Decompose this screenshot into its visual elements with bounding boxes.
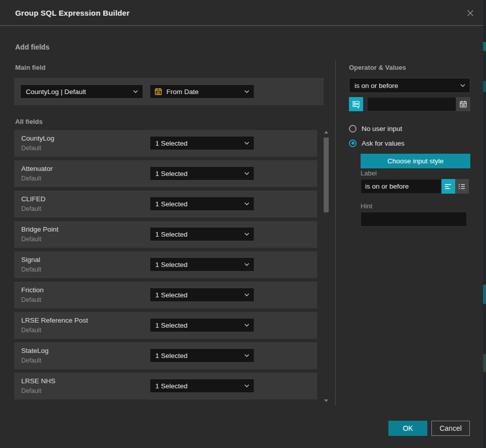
field-row: LRSE Reference Post Default 1 Selected [14,312,317,339]
add-fields-heading: Add fields [15,43,50,51]
chevron-down-icon [244,142,249,145]
main-field-dropdown-value: From Date [166,88,199,96]
field-selection-value: 1 Selected [155,322,188,329]
chevron-down-icon [244,293,249,296]
field-name: Signal [21,256,40,263]
field-name: LRSE NHS [21,377,56,385]
field-name: LRSE Reference Post [21,317,88,324]
chevron-down-icon [244,324,249,327]
scroll-down-arrow[interactable] [324,399,328,402]
field-selection-dropdown[interactable]: 1 Selected [150,227,254,241]
close-button[interactable] [464,7,477,20]
field-selection-value: 1 Selected [155,382,188,390]
chevron-down-icon [244,263,249,266]
field-row: Attenuator Default 1 Selected [14,160,317,187]
all-fields-list: CountyLog Default 1 Selected Attenuator … [14,130,317,403]
field-selection-dropdown[interactable]: 1 Selected [150,197,254,211]
main-field-heading: Main field [15,64,46,71]
field-name: StateLog [21,347,49,354]
field-selection-dropdown[interactable]: 1 Selected [150,288,254,302]
field-name: CLIFED [21,195,46,203]
field-selection-dropdown[interactable]: 1 Selected [150,318,254,332]
hint-input[interactable] [361,212,467,227]
bulleted-list-icon [458,183,466,190]
field-selection-dropdown[interactable]: 1 Selected [150,257,254,272]
field-sublabel: Default [21,236,41,243]
field-sublabel: Default [21,266,41,273]
all-fields-heading: All fields [15,118,42,125]
ok-button[interactable]: OK [388,421,427,436]
group-sql-expression-builder-dialog: Group SQL Expression Builder Add fields … [0,0,483,448]
label-caption: Label [361,169,377,177]
field-row: Signal Default 1 Selected [14,251,317,278]
field-name: Friction [21,286,43,294]
field-selection-value: 1 Selected [155,200,188,208]
input-style-textbox-button[interactable] [441,179,455,194]
radio-icon [349,140,357,147]
chevron-down-icon [244,202,249,205]
operator-dropdown-value: is on or before [355,82,398,89]
background-app-edge [483,0,486,448]
dialog-header: Group SQL Expression Builder [0,0,483,26]
chevron-down-icon [244,90,249,93]
calendar-icon [459,100,467,108]
main-field-dropdown[interactable]: From Date [150,84,254,99]
label-input[interactable] [361,179,441,194]
value-input[interactable] [367,97,456,111]
scrollbar-thumb[interactable] [324,138,329,212]
unique-values-icon [352,100,360,108]
vertical-divider [335,60,336,406]
field-selection-value: 1 Selected [155,291,188,299]
radio-label: No user input [362,125,402,132]
choose-input-style-button[interactable]: Choose input style [361,154,470,168]
radio-label: Ask for values [362,140,405,147]
field-row: Bridge Point Default 1 Selected [14,221,317,248]
field-selection-value: 1 Selected [155,231,188,238]
main-field-panel: CountyLog | Default From Date [14,78,324,105]
field-name: CountyLog [21,135,54,142]
input-style-list-button[interactable] [455,179,469,194]
hint-caption: Hint [361,202,372,210]
operator-values-heading: Operator & Values [349,64,406,71]
field-row: Friction Default 1 Selected [14,282,317,308]
chevron-down-icon [244,233,249,236]
field-selection-value: 1 Selected [155,352,188,360]
field-sublabel: Default [21,357,41,364]
field-selection-dropdown[interactable]: 1 Selected [150,166,254,181]
chevron-down-icon [244,172,249,175]
field-name: Bridge Point [21,226,59,233]
radio-icon [349,125,357,132]
chevron-down-icon [244,384,249,387]
unique-values-button[interactable] [349,97,363,111]
list-scrollbar [324,130,329,403]
field-name: Attenuator [21,165,53,172]
field-selection-value: 1 Selected [155,140,188,147]
cancel-button[interactable]: Cancel [431,421,470,436]
field-selection-value: 1 Selected [155,170,188,177]
chevron-down-icon [133,90,138,93]
field-sublabel: Default [21,175,41,182]
field-sublabel: Default [21,145,41,152]
field-sublabel: Default [21,296,41,303]
dataset-dropdown[interactable]: CountyLog | Default [20,84,143,99]
dialog-title: Group SQL Expression Builder [15,0,129,26]
field-selection-dropdown[interactable]: 1 Selected [150,136,254,150]
chevron-down-icon [244,354,249,357]
close-icon [466,9,474,17]
field-row: LRSE NHS Default 1 Selected [14,373,317,399]
field-sublabel: Default [21,327,41,334]
date-picker-button[interactable] [456,97,470,111]
radio-ask-for-values[interactable]: Ask for values [349,139,405,148]
operator-dropdown[interactable]: is on or before [349,78,470,93]
chevron-down-icon [460,84,465,87]
field-selection-value: 1 Selected [155,261,188,268]
field-selection-dropdown[interactable]: 1 Selected [150,379,254,393]
field-selection-dropdown[interactable]: 1 Selected [150,348,254,363]
scroll-up-arrow[interactable] [324,131,328,133]
field-row: StateLog Default 1 Selected [14,342,317,369]
radio-no-user-input[interactable]: No user input [349,124,402,133]
field-row: CLIFED Default 1 Selected [14,191,317,217]
field-row: CountyLog Default 1 Selected [14,130,317,157]
field-sublabel: Default [21,387,41,394]
align-left-icon [445,183,452,190]
